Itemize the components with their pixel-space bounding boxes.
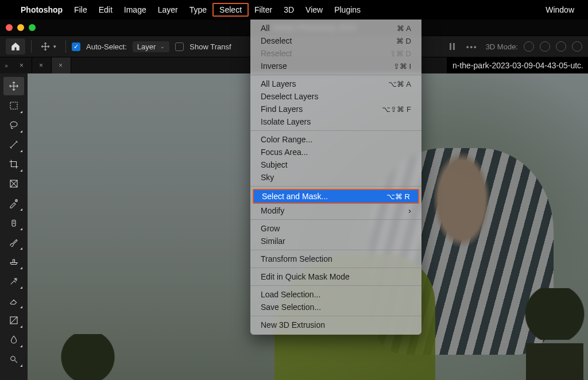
menu-view[interactable]: View: [300, 3, 328, 17]
eraser-tool[interactable]: [3, 292, 24, 310]
align-icon[interactable]: [448, 41, 458, 52]
menu-item-similar[interactable]: Similar: [250, 235, 421, 247]
menu-item-transform-selection[interactable]: Transform Selection: [250, 253, 421, 265]
document-filename: n-the-park-2023-03-09-04-43-05-utc.: [447, 57, 588, 73]
3d-mode-label: 3D Mode:: [486, 42, 518, 51]
chevron-down-icon: ⌄: [160, 44, 165, 49]
menu-item-deselect[interactable]: Deselect⌘ D: [250, 34, 421, 47]
svg-point-9: [11, 356, 16, 361]
menu-filter[interactable]: Filter: [249, 3, 278, 17]
move-icon: [41, 42, 50, 51]
menu-item-new-3d-extrusion[interactable]: New 3D Extrusion: [250, 319, 421, 331]
menu-item-inverse[interactable]: Inverse⇧⌘ I: [250, 60, 421, 72]
menu-item-load-selection[interactable]: Load Selection...: [250, 288, 421, 301]
marquee-tool[interactable]: [3, 96, 24, 115]
svg-rect-6: [12, 220, 16, 227]
3d-slide-icon[interactable]: [572, 41, 582, 52]
menu-item-find-layers[interactable]: Find Layers⌥⇧⌘ F: [250, 103, 421, 115]
crop-tool[interactable]: [3, 155, 24, 173]
zoom-window-button[interactable]: [29, 24, 36, 31]
dodge-tool[interactable]: [3, 350, 24, 369]
minimize-window-button[interactable]: [17, 24, 24, 31]
chevron-down-icon: ▾: [53, 44, 56, 49]
blur-tool[interactable]: [3, 331, 24, 349]
svg-rect-1: [453, 43, 455, 50]
menu-window[interactable]: Window: [540, 3, 580, 17]
tools-panel: [0, 73, 28, 380]
home-button[interactable]: [6, 38, 25, 55]
healing-brush-tool[interactable]: [3, 214, 24, 232]
image-background: [51, 334, 125, 380]
home-icon: [10, 41, 21, 52]
eyedropper-tool[interactable]: [3, 194, 24, 212]
svg-point-7: [15, 278, 17, 280]
history-brush-tool[interactable]: [3, 272, 24, 290]
menu-item-focus-area[interactable]: Focus Area...: [250, 146, 421, 158]
annotation-highlight: Select and Mask...⌥⌘ R: [253, 189, 419, 204]
svg-point-3: [10, 122, 17, 127]
expand-panels-icon[interactable]: »: [0, 63, 13, 69]
menu-3d[interactable]: 3D: [278, 3, 300, 17]
menu-select[interactable]: Select: [212, 3, 249, 17]
3d-pan-icon[interactable]: [556, 41, 566, 52]
close-tab-icon[interactable]: ×: [20, 61, 24, 69]
image-background: [526, 288, 583, 380]
menu-type[interactable]: Type: [184, 3, 212, 17]
more-options-button[interactable]: •••: [466, 42, 478, 51]
menu-item-sky[interactable]: Sky: [250, 171, 421, 184]
auto-select-value: Layer: [137, 42, 156, 51]
frame-tool[interactable]: [3, 175, 24, 193]
3d-roll-icon[interactable]: [540, 41, 550, 52]
brush-tool[interactable]: [3, 233, 24, 251]
menu-edit[interactable]: Edit: [93, 3, 118, 17]
close-tab-icon[interactable]: ×: [59, 61, 63, 69]
clone-stamp-tool[interactable]: [3, 253, 24, 271]
menu-item-all[interactable]: All⌘ A: [250, 22, 421, 34]
svg-rect-2: [10, 102, 17, 109]
show-transform-checkbox[interactable]: [175, 42, 184, 51]
menu-image[interactable]: Image: [118, 3, 152, 17]
show-transform-label: Show Transf: [189, 42, 231, 51]
menu-file[interactable]: File: [68, 3, 93, 17]
menu-item-reselect: Reselect⇧⌘ D: [250, 47, 421, 60]
auto-select-dropdown[interactable]: Layer ⌄: [133, 41, 170, 52]
menu-item-deselect-layers[interactable]: Deselect Layers: [250, 90, 421, 103]
close-window-button[interactable]: [6, 24, 13, 31]
select-menu-dropdown: All⌘ A Deselect⌘ D Reselect⇧⌘ D Inverse⇧…: [250, 20, 421, 335]
magic-wand-tool[interactable]: [3, 135, 24, 154]
mac-menubar: Photoshop File Edit Image Layer Type Sel…: [0, 0, 588, 20]
menu-item-color-range[interactable]: Color Range...: [250, 133, 421, 146]
lasso-tool[interactable]: [3, 116, 24, 134]
move-tool[interactable]: [3, 77, 24, 95]
3d-orbit-icon[interactable]: [524, 41, 534, 52]
menu-item-isolate-layers[interactable]: Isolate Layers: [250, 115, 421, 128]
menu-app[interactable]: Photoshop: [15, 3, 68, 17]
document-tab[interactable]: ×: [52, 57, 71, 73]
tool-indicator[interactable]: ▾: [37, 42, 60, 51]
menu-item-grow[interactable]: Grow: [250, 222, 421, 235]
svg-rect-0: [450, 43, 451, 50]
3d-mode-group: 3D Mode:: [486, 41, 582, 52]
gradient-tool[interactable]: [3, 311, 24, 329]
menu-item-quick-mask[interactable]: Edit in Quick Mask Mode: [250, 270, 421, 283]
menu-plugins[interactable]: Plugins: [328, 3, 366, 17]
menu-item-select-and-mask[interactable]: Select and Mask...⌥⌘ R: [254, 190, 418, 203]
traffic-lights: [6, 24, 36, 31]
menu-item-all-layers[interactable]: All Layers⌥⌘ A: [250, 77, 421, 90]
document-tab[interactable]: ×: [13, 57, 32, 73]
auto-select-checkbox[interactable]: ✓: [72, 42, 80, 51]
menu-layer[interactable]: Layer: [152, 3, 184, 17]
menu-item-subject[interactable]: Subject: [250, 158, 421, 171]
auto-select-label: Auto-Select:: [86, 42, 127, 51]
close-tab-icon[interactable]: ×: [39, 61, 43, 69]
menu-item-save-selection[interactable]: Save Selection...: [250, 301, 421, 313]
document-tab[interactable]: ×: [32, 57, 52, 73]
menu-item-modify[interactable]: Modify: [250, 204, 421, 217]
